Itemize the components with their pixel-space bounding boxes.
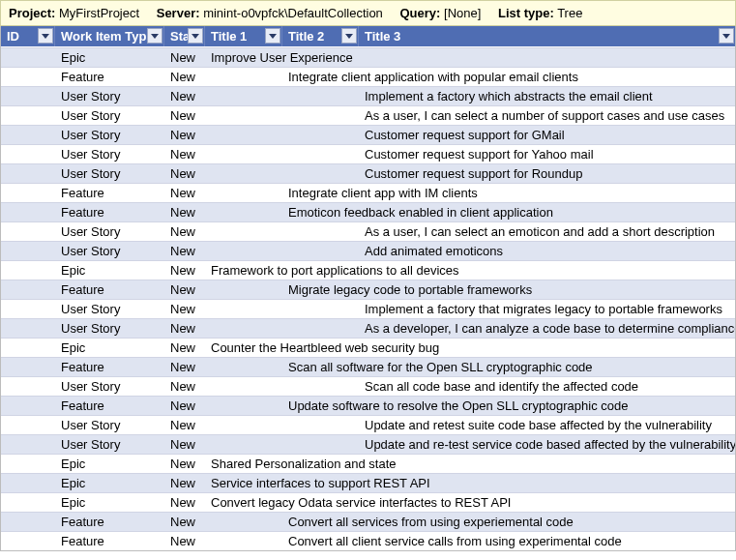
cell-state[interactable]: New [164,224,205,239]
cell-title3[interactable]: Implement a factory that migrates legacy… [359,302,735,316]
cell-type[interactable]: User Story [55,244,164,258]
cell-title1[interactable]: Shared Personalization and state [205,457,735,471]
cell-state[interactable]: New [164,457,205,471]
cell-state[interactable]: New [164,50,205,65]
cell-type[interactable]: User Story [55,418,164,432]
cell-title3[interactable]: Update and re-test service code based af… [359,437,735,452]
table-row[interactable]: User StoryNewScan all code base and iden… [1,376,735,396]
cell-state[interactable]: New [164,321,205,336]
cell-title3[interactable]: Customer request support for Yahoo mail [359,147,735,162]
cell-type[interactable]: Feature [55,186,164,200]
cell-title3[interactable]: Implement a factory which abstracts the … [359,89,735,103]
cell-state[interactable]: New [164,147,205,162]
table-row[interactable]: FeatureNewMigrate legacy code to portabl… [1,280,735,299]
cell-title3[interactable]: As a developer, I can analyze a code bas… [359,321,735,336]
filter-icon[interactable] [38,28,53,44]
cell-title3[interactable]: As a user, I can select an emoticon and … [359,224,735,239]
cell-state[interactable]: New [164,476,205,490]
cell-title1[interactable]: Improve User Experience [205,50,735,65]
cell-type[interactable]: User Story [55,379,164,394]
cell-type[interactable]: Feature [55,515,164,529]
cell-title3[interactable]: Customer request support for GMail [359,128,735,142]
cell-state[interactable]: New [164,534,205,548]
cell-state[interactable]: New [164,128,205,142]
cell-title3[interactable]: Scan all code base and identify the affe… [359,379,735,394]
cell-state[interactable]: New [164,166,205,181]
table-row[interactable]: User StoryNewUpdate and retest suite cod… [1,415,735,434]
cell-state[interactable]: New [164,186,205,200]
table-row[interactable]: FeatureNewConvert all client service cal… [1,531,735,550]
cell-type[interactable]: Feature [55,534,164,548]
cell-title3[interactable]: Add animated emoticons [359,244,735,258]
cell-type[interactable]: User Story [55,108,164,123]
table-row[interactable]: FeatureNewScan all software for the Open… [1,357,735,376]
cell-type[interactable]: User Story [55,224,164,239]
filter-icon[interactable] [341,28,357,44]
cell-type[interactable]: User Story [55,302,164,316]
cell-type[interactable]: User Story [55,321,164,336]
table-row[interactable]: User StoryNewAdd animated emoticons [1,241,735,260]
table-row[interactable]: User StoryNewImplement a factory which a… [1,86,735,105]
table-row[interactable]: EpicNewConvert legacy Odata service inte… [1,492,735,512]
cell-state[interactable]: New [164,263,205,278]
cell-state[interactable]: New [164,495,205,510]
cell-type[interactable]: Feature [55,360,164,374]
cell-state[interactable]: New [164,205,205,220]
table-row[interactable]: User StoryNewCustomer request support fo… [1,125,735,144]
cell-type[interactable]: Feature [55,282,164,297]
table-row[interactable]: FeatureNewEmoticon feedback enabled in c… [1,202,735,221]
cell-state[interactable]: New [164,244,205,258]
table-row[interactable]: User StoryNewImplement a factory that mi… [1,299,735,318]
cell-state[interactable]: New [164,70,205,84]
cell-type[interactable]: User Story [55,147,164,162]
col-header-id[interactable]: ID [1,26,55,46]
cell-title1[interactable]: Service interfaces to support REST API [205,476,735,490]
cell-type[interactable]: Epic [55,476,164,490]
cell-title2[interactable]: Emoticon feedback enabled in client appl… [282,205,735,220]
cell-title2[interactable]: Scan all software for the Open SLL crypt… [282,360,735,374]
cell-type[interactable]: Epic [55,457,164,471]
cell-state[interactable]: New [164,302,205,316]
table-row[interactable]: EpicNewShared Personalization and state [1,454,735,473]
table-row[interactable]: User StoryNewAs a developer, I can analy… [1,318,735,338]
cell-title2[interactable]: Migrate legacy code to portable framewor… [282,282,735,297]
table-row[interactable]: User StoryNewCustomer request support fo… [1,163,735,183]
cell-state[interactable]: New [164,108,205,123]
col-header-title3[interactable]: Title 3 [359,26,735,46]
cell-type[interactable]: User Story [55,89,164,103]
cell-title3[interactable]: Update and retest suite code base affect… [359,418,735,432]
table-row[interactable]: EpicNewCounter the Heartbleed web securi… [1,338,735,357]
filter-icon[interactable] [265,28,280,44]
cell-title2[interactable]: Convert all client service calls from us… [282,534,735,548]
cell-title2[interactable]: Integrate client application with popula… [282,70,735,84]
cell-title2[interactable]: Integrate client app with IM clients [282,186,735,200]
cell-title1[interactable]: Convert legacy Odata service interfactes… [205,495,735,510]
cell-state[interactable]: New [164,282,205,297]
cell-type[interactable]: Feature [55,398,164,413]
cell-title3[interactable]: As a user, I can select a number of supp… [359,108,735,123]
cell-title1[interactable]: Counter the Heartbleed web security bug [205,340,735,355]
cell-state[interactable]: New [164,89,205,103]
cell-state[interactable]: New [164,360,205,374]
cell-state[interactable]: New [164,379,205,394]
table-row[interactable]: User StoryNewAs a user, I can select an … [1,221,735,241]
table-row[interactable]: User StoryNewCustomer request support fo… [1,144,735,163]
cell-state[interactable]: New [164,437,205,452]
cell-title3[interactable]: Customer request support for Roundup [359,166,735,181]
table-row[interactable]: FeatureNewUpdate software to resolve the… [1,396,735,415]
table-row[interactable]: EpicNewImprove User Experience [1,47,735,67]
table-row[interactable]: User StoryNewUpdate and re-test service … [1,434,735,454]
cell-type[interactable]: Epic [55,340,164,355]
cell-state[interactable]: New [164,340,205,355]
col-header-title2[interactable]: Title 2 [282,26,359,46]
cell-type[interactable]: Feature [55,70,164,84]
filter-icon[interactable] [719,28,734,44]
table-row[interactable]: EpicNewFramework to port applications to… [1,260,735,280]
table-row[interactable]: EpicNewService interfaces to support RES… [1,473,735,492]
cell-state[interactable]: New [164,398,205,413]
cell-type[interactable]: Epic [55,495,164,510]
cell-state[interactable]: New [164,515,205,529]
cell-type[interactable]: Epic [55,263,164,278]
table-row[interactable]: FeatureNewIntegrate client application w… [1,67,735,86]
table-row[interactable]: User StoryNewAs a user, I can select a n… [1,105,735,125]
